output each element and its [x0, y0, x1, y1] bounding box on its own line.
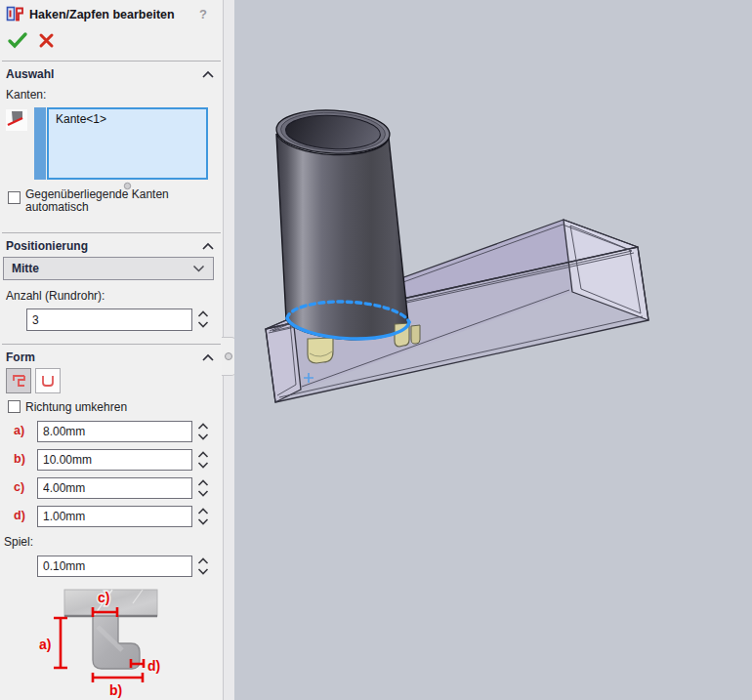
selection-list-accent: [34, 107, 46, 180]
collapse-chevron-icon[interactable]: [201, 70, 215, 79]
dim-c-label: c): [14, 480, 24, 494]
property-manager-panel: Haken/Zapfen bearbeiten ? Auswahl Kanten…: [0, 0, 223, 700]
anzahl-label: Anzahl (Rundrohr):: [6, 289, 104, 303]
dim-d-spinner[interactable]: [195, 506, 210, 527]
dim-c-input[interactable]: [37, 477, 192, 499]
hook-profile-icon: [10, 372, 27, 390]
ok-button[interactable]: [7, 30, 28, 50]
position-dropdown[interactable]: Mitte: [3, 257, 214, 280]
hook-profile-button[interactable]: [6, 368, 31, 393]
list-item[interactable]: Kante<1>: [49, 109, 206, 126]
dim-a-input[interactable]: [37, 421, 192, 442]
dim-b-input[interactable]: [37, 449, 192, 471]
dim-a-spinner[interactable]: [195, 421, 210, 442]
diagram-b-label: b): [109, 682, 122, 698]
collapse-chevron-icon[interactable]: [201, 242, 215, 251]
spiel-input[interactable]: [37, 556, 192, 577]
divider: [2, 232, 221, 233]
position-dropdown-value: Mitte: [12, 262, 192, 275]
dim-d-label: d): [14, 509, 25, 522]
help-icon[interactable]: ?: [199, 7, 207, 21]
section-header-positionierung[interactable]: Positionierung: [6, 239, 88, 253]
diagram-c-label: c): [98, 590, 109, 605]
section-header-form[interactable]: Form: [6, 350, 35, 364]
cancel-button[interactable]: [38, 32, 55, 49]
kanten-label: Kanten:: [6, 88, 46, 102]
cad-model-scene: [234, 0, 752, 700]
chevron-down-icon: [192, 265, 205, 272]
spin-up-icon: [197, 310, 209, 318]
slot-profile-button[interactable]: [35, 368, 61, 393]
dim-c-spinner[interactable]: [195, 477, 210, 499]
reverse-direction-checkbox[interactable]: [8, 400, 21, 413]
anzahl-input[interactable]: [26, 309, 192, 331]
opposite-edges-checkbox[interactable]: [8, 191, 21, 204]
edge-selection-icon: [6, 109, 27, 131]
diagram-d-label: d): [147, 658, 160, 674]
spiel-spinner[interactable]: [195, 556, 210, 577]
opposite-edges-label: Gegenüberliegende Kanten automatisch: [25, 188, 211, 214]
dim-a-label: a): [14, 424, 24, 437]
collapse-chevron-icon[interactable]: [201, 353, 215, 362]
spiel-label: Spiel:: [4, 535, 33, 549]
diagram-a-label: a): [39, 637, 51, 652]
divider: [2, 61, 221, 62]
dim-b-label: b): [14, 452, 25, 466]
cylinder-tube: [275, 107, 408, 340]
dim-b-spinner[interactable]: [195, 449, 210, 471]
graphics-viewport[interactable]: [234, 0, 752, 700]
dim-d-input[interactable]: [37, 506, 192, 527]
section-header-auswahl[interactable]: Auswahl: [6, 67, 54, 81]
anzahl-spinner[interactable]: [195, 309, 210, 330]
check-icon: [7, 30, 28, 50]
divider: [2, 344, 221, 345]
x-icon: [38, 32, 55, 49]
flyout-handle-icon: [225, 352, 232, 360]
application-window: Haken/Zapfen bearbeiten ? Auswahl Kanten…: [0, 0, 752, 700]
reverse-direction-label: Richtung umkehren: [25, 401, 127, 414]
slot-profile-icon: [39, 372, 57, 390]
feature-title-icon: [6, 5, 24, 23]
spin-down-icon: [197, 320, 209, 328]
page-title: Haken/Zapfen bearbeiten: [29, 8, 175, 21]
hook-profile-diagram: a) b) c) d): [27, 584, 208, 700]
edge-selection-list[interactable]: Kante<1>: [47, 107, 208, 180]
